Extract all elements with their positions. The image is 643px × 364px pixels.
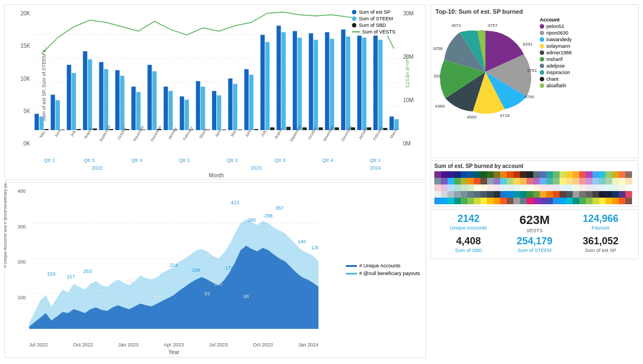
colormap-cell <box>586 198 592 204</box>
colormap-cell <box>579 198 586 204</box>
svg-rect-18 <box>99 62 103 130</box>
x-axis-area: May June July August September October N… <box>33 130 399 178</box>
colormap-cell <box>612 191 619 198</box>
colormap-cell <box>540 184 546 191</box>
colormap-cell <box>540 178 546 184</box>
colormap-cell <box>500 191 507 198</box>
colormap-cell <box>560 191 566 198</box>
svg-text:224: 224 <box>170 262 178 268</box>
svg-text:285: 285 <box>248 217 256 223</box>
colormap-cell <box>513 198 520 204</box>
legend-pelon53: pelon53 <box>540 24 634 29</box>
colormap-cell <box>573 198 579 204</box>
colormap-cell <box>553 198 560 204</box>
colormap-cell <box>507 184 513 191</box>
colormap-cell <box>434 198 441 204</box>
colormap-cell <box>619 184 625 191</box>
colormap-cell <box>494 184 500 191</box>
colormap-cell <box>566 171 573 178</box>
svg-rect-72 <box>389 116 394 130</box>
colormap-cell <box>500 198 507 204</box>
svg-rect-12 <box>67 65 71 130</box>
colormap-cell <box>553 184 560 191</box>
colormap-cell <box>454 178 461 184</box>
colormap-cell <box>467 184 474 191</box>
colormap-cell <box>619 198 625 204</box>
bc-x-axis: Jul 2022 Oct 2022 Jan 2023 Apr 2023 Jul … <box>29 342 318 348</box>
colormap-cell <box>448 198 454 204</box>
colormap-cell <box>533 171 540 178</box>
svg-rect-63 <box>341 30 345 130</box>
legend-line-vests <box>352 31 360 32</box>
colormap-cell <box>454 184 461 191</box>
colormap-cell <box>546 178 553 184</box>
svg-text:174: 174 <box>225 265 233 271</box>
svg-rect-69 <box>373 33 378 130</box>
colormap-cell <box>612 198 619 204</box>
bottom-chart: # Unique Accounts and # @null beneficiar… <box>4 182 426 358</box>
colormap-cell <box>592 171 599 178</box>
colormap-cell <box>461 198 467 204</box>
svg-rect-60 <box>325 32 329 130</box>
colormap-cell <box>586 184 592 191</box>
svg-text:413: 413 <box>231 200 239 205</box>
colormap-cell <box>487 171 494 178</box>
svg-rect-6 <box>35 114 39 130</box>
svg-rect-66 <box>357 31 362 130</box>
svg-text:5761: 5761 <box>527 68 537 73</box>
svg-text:4718: 4718 <box>500 113 510 118</box>
colormap-cell <box>461 184 467 191</box>
colormap-cell <box>619 191 625 198</box>
bc-legend: # Unique Accounts # @null beneficiary pa… <box>346 263 420 277</box>
svg-rect-64 <box>346 37 350 130</box>
colormap-cell <box>573 191 579 198</box>
svg-text:176: 176 <box>125 278 133 284</box>
svg-rect-61 <box>330 39 334 130</box>
colormap-cell <box>480 191 487 198</box>
colormap-cell <box>434 191 441 198</box>
legend-steem: Sum of STEEM <box>352 16 395 21</box>
stat-value-unique-accounts: 2142 <box>435 213 501 225</box>
colormap-cell <box>606 198 612 204</box>
colormap-cell <box>553 178 560 184</box>
svg-rect-24 <box>131 87 136 130</box>
colormap-cell <box>527 171 533 178</box>
pie-chart-svg: 3757 6291 5761 4790 4718 4550 4360 4320 … <box>433 17 538 127</box>
colormap-cell <box>612 184 619 191</box>
bc-y-label: # Unique Accounts and # @null beneficiar… <box>3 260 8 268</box>
top-chart: Sum of est SP, Sum of STEEM a... 20K 15K… <box>4 4 426 180</box>
colormap-cell <box>480 178 487 184</box>
x-label-month: Month <box>33 172 399 178</box>
stat-sum-steem: 254,179 Sum of STEEM <box>501 236 567 253</box>
colormap-cell <box>467 171 474 178</box>
colormap-cell <box>540 198 546 204</box>
svg-text:4258: 4258 <box>433 46 443 51</box>
svg-text:4550: 4550 <box>467 115 477 120</box>
bc-legend-payouts-line <box>346 273 357 275</box>
colormap-cell <box>599 184 606 191</box>
colormap-cell <box>461 191 467 198</box>
svg-rect-30 <box>164 87 168 130</box>
colormap-cell <box>513 171 520 178</box>
svg-rect-9 <box>51 95 55 130</box>
stat-label-unique-accounts: Unique Accounts <box>435 225 501 231</box>
colormap-cell <box>592 191 599 198</box>
svg-rect-55 <box>298 38 302 130</box>
svg-rect-52 <box>282 32 286 130</box>
colormap-cell <box>454 198 461 204</box>
colormap-cell <box>599 198 606 204</box>
colormap-cell <box>434 171 441 178</box>
svg-rect-51 <box>277 26 281 130</box>
svg-rect-67 <box>362 38 366 130</box>
colormap-cell <box>494 198 500 204</box>
legend-ripon0630: ripon0630 <box>540 30 634 36</box>
svg-text:4360: 4360 <box>435 104 445 109</box>
colormap-cell <box>527 198 533 204</box>
colormap-cell <box>474 171 480 178</box>
colormap-cell <box>441 171 448 178</box>
colormap-cell <box>586 171 592 178</box>
pie-content: 3757 6291 5761 4790 4718 4550 4360 4320 … <box>431 16 638 128</box>
colormap-cell <box>434 184 441 191</box>
stat-sum-sbd: 4,408 Sum of SBD <box>435 236 501 253</box>
colormap-cell <box>474 178 480 184</box>
